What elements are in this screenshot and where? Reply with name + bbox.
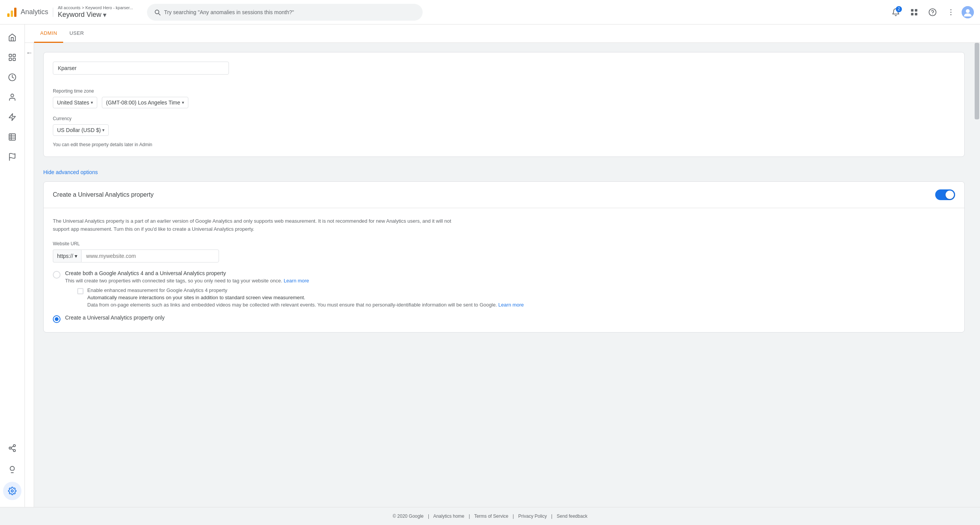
svg-rect-14 bbox=[13, 54, 15, 57]
sidebar-item-reports[interactable] bbox=[3, 68, 21, 86]
notification-button[interactable]: 2 bbox=[888, 5, 903, 20]
right-scrollbar[interactable] bbox=[974, 43, 980, 507]
more-options-button[interactable] bbox=[943, 5, 959, 20]
radio-ua-only-label: Create a Universal Analytics property on… bbox=[65, 315, 165, 321]
sidebar-item-flags[interactable] bbox=[3, 148, 21, 166]
svg-point-26 bbox=[9, 447, 11, 449]
breadcrumb-prefix: All accounts > Keyword Hero - kparser... bbox=[58, 5, 133, 10]
timezone-value: (GMT-08:00) Los Angeles Time bbox=[106, 99, 180, 106]
sidebar-item-data[interactable] bbox=[3, 128, 21, 146]
svg-rect-5 bbox=[911, 13, 913, 15]
svg-point-30 bbox=[11, 490, 13, 492]
country-value: United States bbox=[57, 99, 89, 106]
table-icon bbox=[8, 133, 16, 141]
lightbulb-icon bbox=[8, 465, 16, 474]
property-helper-text: You can edit these property details late… bbox=[53, 142, 955, 147]
currency-select[interactable]: US Dollar (USD $) ▾ bbox=[53, 124, 109, 136]
property-name-input[interactable] bbox=[53, 62, 229, 75]
toggle-thumb bbox=[946, 191, 954, 199]
dashboard-icon bbox=[8, 53, 16, 62]
sidebar-item-dashboard[interactable] bbox=[3, 48, 21, 67]
footer-feedback-link[interactable]: Send feedback bbox=[557, 514, 587, 519]
timezone-chevron-icon: ▾ bbox=[182, 100, 184, 105]
search-placeholder-text: Try searching "Any anomalies in sessions… bbox=[164, 9, 294, 15]
help-button[interactable] bbox=[925, 5, 940, 20]
ua-description: The Universal Analytics property is a pa… bbox=[53, 217, 466, 233]
sidebar-item-users[interactable] bbox=[3, 88, 21, 106]
footer-privacy-link[interactable]: Privacy Policy bbox=[518, 514, 547, 519]
website-url-row: https:// ▾ bbox=[53, 249, 955, 262]
ua-card-title: Create a Universal Analytics property bbox=[53, 191, 154, 198]
svg-rect-1 bbox=[11, 10, 13, 17]
content-area: ← Reporting time zone United States ▾ bbox=[25, 43, 980, 507]
svg-point-25 bbox=[13, 445, 16, 447]
tab-user[interactable]: USER bbox=[63, 24, 90, 43]
checkbox-label: Enable enhanced measurement for Google A… bbox=[87, 287, 524, 293]
search-icon bbox=[154, 8, 161, 16]
analytics-logo-text: Analytics bbox=[21, 8, 48, 16]
radio-ua-only-circle[interactable] bbox=[53, 315, 60, 323]
view-selector[interactable]: Keyword View ▾ bbox=[58, 11, 133, 19]
svg-rect-0 bbox=[7, 13, 10, 17]
main-layout: ADMIN USER ← Reporting time zone Uni bbox=[0, 24, 980, 507]
svg-line-28 bbox=[11, 448, 13, 450]
enhanced-measurement-checkbox[interactable] bbox=[77, 288, 83, 294]
url-input[interactable] bbox=[81, 249, 219, 262]
svg-point-8 bbox=[951, 9, 952, 10]
footer-terms-link[interactable]: Terms of Service bbox=[474, 514, 508, 519]
svg-rect-20 bbox=[9, 134, 16, 140]
ua-card-body: The Universal Analytics property is a pa… bbox=[44, 208, 964, 332]
radio-both-circle[interactable] bbox=[53, 271, 60, 279]
ua-toggle[interactable] bbox=[935, 189, 955, 200]
radio-both-learn-more-link[interactable]: Learn more bbox=[284, 278, 309, 284]
country-chevron-icon: ▾ bbox=[91, 100, 93, 105]
user-avatar-icon bbox=[962, 6, 974, 18]
search-bar[interactable]: Try searching "Any anomalies in sessions… bbox=[147, 4, 423, 21]
top-header: Analytics All accounts > Keyword Hero - … bbox=[0, 0, 980, 24]
apps-button[interactable] bbox=[906, 5, 922, 20]
universal-analytics-card: Create a Universal Analytics property Th… bbox=[43, 181, 965, 333]
sidebar-item-admin[interactable] bbox=[3, 482, 21, 500]
svg-point-18 bbox=[11, 94, 13, 97]
sidebar-bottom bbox=[3, 438, 21, 504]
svg-point-27 bbox=[13, 450, 16, 452]
currency-section: Currency US Dollar (USD $) ▾ bbox=[53, 116, 955, 136]
svg-marker-19 bbox=[9, 114, 16, 121]
country-select[interactable]: United States ▾ bbox=[53, 97, 97, 108]
website-url-label: Website URL bbox=[53, 241, 955, 246]
question-mark-icon bbox=[928, 8, 937, 16]
vertical-dots-icon bbox=[947, 8, 955, 16]
mini-sidebar-collapse-icon: ← bbox=[26, 49, 33, 57]
radio-option-both: Create both a Google Analytics 4 and a U… bbox=[53, 270, 955, 309]
reporting-timezone-label: Reporting time zone bbox=[53, 88, 955, 94]
flag-icon bbox=[8, 153, 16, 161]
sidebar-item-conversions[interactable] bbox=[3, 108, 21, 126]
svg-point-10 bbox=[951, 14, 952, 15]
tab-admin[interactable]: ADMIN bbox=[34, 24, 63, 43]
mini-sidebar[interactable]: ← bbox=[25, 43, 34, 507]
checkbox-learn-more-link[interactable]: Learn more bbox=[498, 302, 524, 308]
avatar[interactable] bbox=[962, 6, 974, 18]
logo: Analytics bbox=[6, 7, 48, 18]
reporting-timezone-section: Reporting time zone United States ▾ (GMT… bbox=[53, 88, 955, 108]
sidebar-item-discover[interactable] bbox=[3, 460, 21, 479]
protocol-select[interactable]: https:// ▾ bbox=[53, 249, 81, 262]
svg-rect-2 bbox=[14, 8, 16, 17]
protocol-value: https:// bbox=[57, 253, 73, 259]
header-actions: 2 bbox=[888, 5, 974, 20]
radio-both-sublabel: This will create two properties with con… bbox=[65, 278, 524, 284]
hide-advanced-options-link[interactable]: Hide advanced options bbox=[43, 169, 98, 175]
sidebar-item-home[interactable] bbox=[3, 28, 21, 47]
enhanced-measurement-content: Enable enhanced measurement for Google A… bbox=[87, 287, 524, 309]
sidebar-item-attribution[interactable] bbox=[3, 439, 21, 457]
property-settings-card: Reporting time zone United States ▾ (GMT… bbox=[43, 52, 965, 157]
footer-analytics-home-link[interactable]: Analytics home bbox=[433, 514, 464, 519]
left-sidebar bbox=[0, 24, 25, 507]
home-icon bbox=[8, 33, 16, 42]
grid-icon bbox=[910, 8, 918, 16]
timezone-select[interactable]: (GMT-08:00) Los Angeles Time ▾ bbox=[102, 97, 188, 108]
tab-bar: ADMIN USER bbox=[25, 24, 980, 43]
main-content: Reporting time zone United States ▾ (GMT… bbox=[34, 43, 974, 507]
scrollbar-thumb bbox=[975, 43, 979, 119]
checkbox-desc: Automatically measure interactions on yo… bbox=[87, 295, 524, 300]
